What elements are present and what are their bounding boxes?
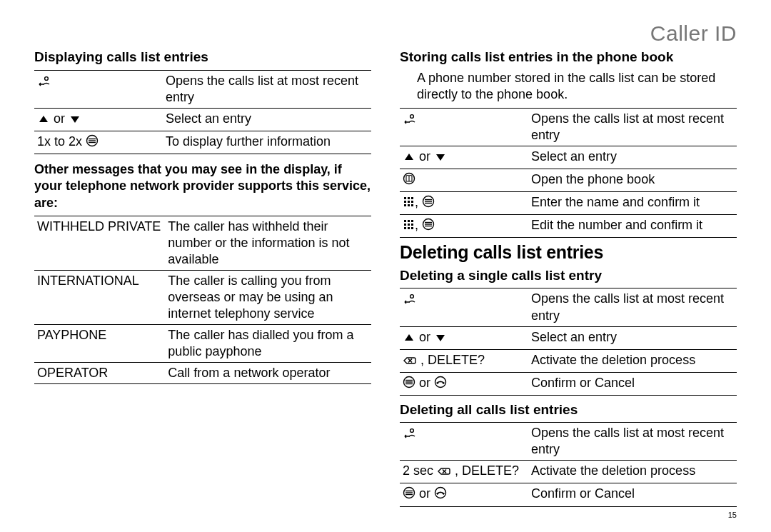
or-text: or — [415, 376, 434, 390]
table-displaying: Opens the calls list at most recent entr… — [34, 70, 371, 154]
table-row: Opens the calls list at most recent entr… — [34, 70, 371, 108]
ok-icon — [422, 195, 435, 212]
down-icon — [69, 112, 81, 129]
table-delete-single: Opens the calls list at most recent entr… — [400, 288, 737, 395]
right-heading-3: Deleting a single calls list entry — [400, 267, 737, 284]
cell-desc: Confirm or Cancel — [528, 372, 737, 395]
cell-desc: Open the phone book — [528, 169, 737, 191]
cell-desc: Select an entry — [528, 326, 737, 349]
cell-key: , DELETE? — [451, 463, 519, 478]
page-number: 15 — [728, 511, 737, 519]
cell-desc: Call from a network operator — [165, 363, 371, 384]
table-row: or Select an entry — [400, 326, 737, 349]
cell-desc: Opens the calls list at most recent entr… — [528, 423, 737, 461]
right-heading-1: Storing calls list entries in the phone … — [400, 49, 737, 66]
calls-icon — [403, 292, 415, 308]
table-row: PAYPHONE The caller has dialled you from… — [34, 325, 371, 363]
table-row: , DELETE? Activate the deletion process — [400, 349, 737, 372]
book-icon — [403, 172, 415, 189]
cell-desc: The caller is calling you from overseas … — [165, 271, 371, 325]
cancel-icon — [403, 353, 417, 370]
cell-desc: To display further information — [163, 131, 371, 154]
or-text: or — [415, 330, 434, 344]
cell-desc: Enter the name and confirm it — [528, 191, 737, 214]
up-icon — [403, 150, 415, 166]
right-para-1: A phone number stored in the calls list … — [417, 70, 737, 104]
table-row: Opens the calls list at most recent entr… — [400, 108, 737, 146]
keypad-icon — [403, 196, 415, 212]
calls-icon — [403, 426, 415, 443]
table-row: 2 sec , DELETE? Activate the deletion pr… — [400, 461, 737, 483]
table-row: or Select an entry — [400, 146, 737, 169]
cancel-icon — [437, 464, 451, 481]
cell-desc: The caller has dialled you from a public… — [165, 325, 371, 363]
table-row: or Select an entry — [34, 108, 371, 131]
cell-key: 2 sec — [403, 463, 437, 478]
calls-icon — [403, 112, 415, 129]
up-icon — [37, 112, 50, 129]
cell-desc: Edit the number and confirm it — [528, 214, 737, 237]
up-icon — [403, 331, 415, 347]
table-row: or Confirm or Cancel — [400, 483, 737, 506]
table-delete-all: Opens the calls list at most recent entr… — [400, 422, 737, 506]
table-row: Opens the calls list at most recent entr… — [400, 423, 737, 461]
ok-icon — [86, 134, 99, 151]
cell-desc: Activate the deletion process — [528, 461, 737, 483]
ok-icon — [403, 486, 415, 503]
table-messages: WITHHELD PRIVATE The caller has withheld… — [34, 216, 371, 384]
table-row: Open the phone book — [400, 169, 737, 191]
left-note: Other messages that you may see in the d… — [34, 161, 371, 211]
cell-desc: The caller has withheld their number or … — [165, 216, 371, 271]
cell-key: , DELETE? — [417, 353, 485, 367]
table-row: , Enter the name and confirm it — [400, 191, 737, 214]
down-icon — [434, 331, 447, 347]
cell-desc: Select an entry — [528, 146, 737, 169]
left-column: Displaying calls list entries Opens the … — [34, 49, 371, 507]
cell-key: PAYPHONE — [34, 325, 165, 363]
table-row: or Confirm or Cancel — [400, 372, 737, 395]
keypad-icon — [403, 219, 415, 235]
hangup-icon — [434, 486, 447, 503]
or-text: or — [415, 486, 434, 501]
hangup-icon — [434, 376, 447, 393]
cell-key: OPERATOR — [34, 363, 165, 384]
or-text: or — [50, 111, 69, 126]
right-heading-2: Deleting calls list entries — [400, 242, 737, 263]
manual-page: Caller ID Displaying calls list entries … — [0, 0, 771, 532]
table-storing: Opens the calls list at most recent entr… — [400, 108, 737, 238]
cell-desc: Opens the calls list at most recent entr… — [163, 70, 371, 108]
down-icon — [434, 150, 447, 166]
cell-key: INTERNATIONAL — [34, 271, 165, 325]
page-title: Caller ID — [650, 21, 737, 46]
table-row: INTERNATIONAL The caller is calling you … — [34, 271, 371, 325]
ok-icon — [403, 376, 415, 393]
cell-key: WITHHELD PRIVATE — [34, 216, 165, 271]
cell-key: 1x to 2x — [37, 134, 86, 149]
cell-desc: Opens the calls list at most recent entr… — [528, 108, 737, 146]
ok-icon — [422, 218, 435, 235]
table-row: WITHHELD PRIVATE The caller has withheld… — [34, 216, 371, 271]
table-row: 1x to 2x To display further information — [34, 131, 371, 154]
right-column: Storing calls list entries in the phone … — [400, 49, 737, 507]
table-row: Opens the calls list at most recent entr… — [400, 288, 737, 326]
or-text: or — [415, 149, 434, 164]
right-heading-4: Deleting all calls list entries — [400, 401, 737, 418]
left-heading-1: Displaying calls list entries — [34, 49, 371, 66]
table-row: OPERATOR Call from a network operator — [34, 363, 371, 384]
cell-desc: Confirm or Cancel — [528, 483, 737, 506]
calls-icon — [37, 74, 50, 91]
cell-desc: Select an entry — [163, 108, 371, 131]
table-row: , Edit the number and confirm it — [400, 214, 737, 237]
columns: Displaying calls list entries Opens the … — [34, 49, 737, 507]
cell-desc: Activate the deletion process — [528, 349, 737, 372]
cell-desc: Opens the calls list at most recent entr… — [528, 288, 737, 326]
